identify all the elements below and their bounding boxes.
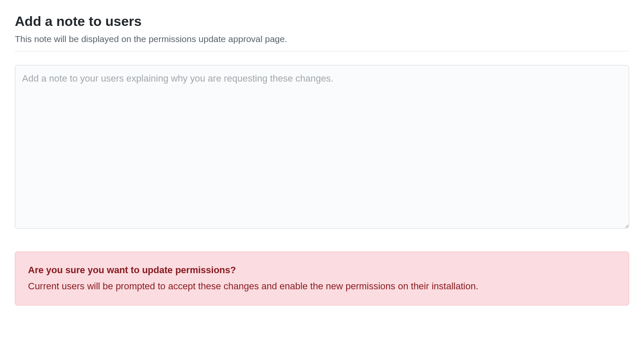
section-header: Add a note to users This note will be di… bbox=[15, 13, 629, 51]
page-subtitle: This note will be displayed on the permi… bbox=[15, 32, 629, 46]
warning-body: Current users will be prompted to accept… bbox=[28, 279, 616, 293]
note-textarea[interactable] bbox=[15, 65, 629, 229]
warning-box: Are you sure you want to update permissi… bbox=[15, 251, 629, 306]
warning-title: Are you sure you want to update permissi… bbox=[28, 264, 616, 277]
page-title: Add a note to users bbox=[15, 13, 629, 30]
